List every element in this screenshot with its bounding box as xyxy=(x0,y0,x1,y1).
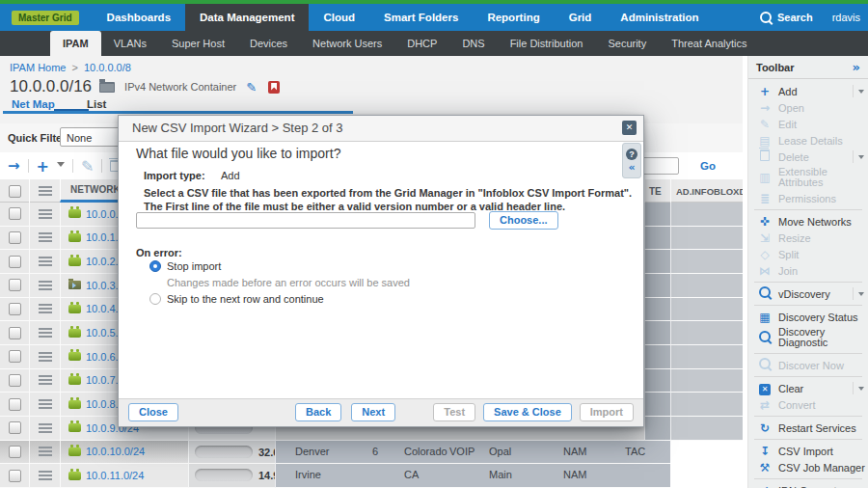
row-checkbox[interactable] xyxy=(9,279,21,291)
row-menu-icon[interactable] xyxy=(39,471,52,480)
row-checkbox[interactable] xyxy=(9,446,21,458)
bookmark-icon[interactable] xyxy=(268,81,280,94)
row-checkbox[interactable] xyxy=(9,421,21,434)
row-menu-icon[interactable] xyxy=(39,281,52,290)
select-all-checkbox[interactable] xyxy=(9,185,21,198)
table-row[interactable]: 10.0.11.0/24 14.9% Irvine CA Main NAM xyxy=(0,464,743,488)
tab-dns[interactable]: DNS xyxy=(449,31,497,56)
row-checkbox[interactable] xyxy=(9,256,21,268)
user-menu[interactable]: rdavis xyxy=(832,12,860,23)
row-menu-icon[interactable] xyxy=(39,304,52,313)
toolbar-item-move-networks[interactable]: ✜Move Networks xyxy=(748,213,868,230)
choose-file-button[interactable]: Choose... xyxy=(489,211,558,230)
menu-dashboards[interactable]: Dashboards xyxy=(93,4,185,31)
chevron-down-icon[interactable] xyxy=(858,90,864,96)
save-close-button[interactable]: Save & Close xyxy=(483,403,572,421)
toolbar-item-discovery-status[interactable]: ▦Discovery Status xyxy=(748,309,868,325)
chevron-down-icon[interactable] xyxy=(858,387,864,393)
help-icon[interactable]: ? xyxy=(626,149,637,160)
menu-cloud[interactable]: Cloud xyxy=(309,4,369,31)
row-checkbox[interactable] xyxy=(9,327,21,339)
toolbar-item-csv-job-manager[interactable]: ⚒CSV Job Manager xyxy=(748,459,868,475)
tab-dhcp[interactable]: DHCP xyxy=(394,31,449,56)
dialog-title: New CSV Import Wizard > Step 2 of 3 xyxy=(119,116,643,142)
toolbar-item-csv-import[interactable]: ↧CSV Import xyxy=(748,443,868,459)
menu-administration[interactable]: Administration xyxy=(606,4,713,31)
toolbar-item-restart-services[interactable]: ↻Restart Services xyxy=(748,420,868,436)
toolbar-item-discovery-diagnostic[interactable]: Discovery Diagnostic xyxy=(748,325,868,350)
radio-stop-import[interactable] xyxy=(149,260,161,272)
row-checkbox[interactable] xyxy=(9,231,21,244)
tab-net-map[interactable]: Net Map xyxy=(12,98,55,110)
tab-threat-analytics[interactable]: Threat Analytics xyxy=(659,31,759,56)
details-icon: ▤ xyxy=(757,134,773,148)
row-menu-icon[interactable] xyxy=(39,423,52,433)
radio-skip-row-label[interactable]: Skip to the next row and continue xyxy=(167,293,324,305)
row-menu-icon[interactable] xyxy=(39,375,52,385)
next-button[interactable]: Next xyxy=(351,403,395,421)
column-menu-icon[interactable] xyxy=(39,186,52,196)
menu-grid[interactable]: Grid xyxy=(555,4,607,31)
breadcrumb-parent[interactable]: 10.0.0.0/8 xyxy=(84,62,131,73)
tab-ipam[interactable]: IPAM xyxy=(50,31,101,56)
menu-data-management[interactable]: Data Management xyxy=(185,4,309,31)
forward-arrow-icon[interactable]: → xyxy=(8,157,20,175)
tab-super-host[interactable]: Super Host xyxy=(159,31,237,56)
radio-skip-row[interactable] xyxy=(149,293,161,305)
tab-network-users[interactable]: Network Users xyxy=(300,31,394,56)
network-link[interactable]: 10.0.11.0/24 xyxy=(86,470,144,481)
go-button[interactable]: Go xyxy=(700,160,716,172)
row-menu-icon[interactable] xyxy=(39,257,52,266)
table-row-selected[interactable]: 10.0.10.0/24 32.6% Denver 6 Colorado VOI… xyxy=(0,441,743,465)
column-ad-infoblox[interactable]: AD.INFOBLOXDE xyxy=(670,179,743,203)
row-menu-icon[interactable] xyxy=(39,328,52,338)
chevron-down-icon[interactable] xyxy=(858,292,864,299)
tab-vlans[interactable]: VLANs xyxy=(101,31,159,56)
tab-file-distribution[interactable]: File Distribution xyxy=(498,31,596,56)
toolbar-item-label: Join xyxy=(778,265,798,277)
row-checkbox[interactable] xyxy=(9,470,21,482)
tab-security[interactable]: Security xyxy=(595,31,659,56)
close-button[interactable]: Close xyxy=(128,403,178,421)
toolbar-panel: Toolbar » +Add→Open✎Edit▤Lease DetailsDe… xyxy=(747,56,868,488)
toolbar-item-add[interactable]: +Add xyxy=(748,83,868,99)
row-checkbox[interactable] xyxy=(9,350,21,363)
toolbar-item-idn-converter[interactable]: ⇄IDN Converter xyxy=(748,482,868,488)
row-menu-icon[interactable] xyxy=(39,209,52,219)
row-checkbox[interactable] xyxy=(9,207,21,220)
toolbar-item-clear[interactable]: ✕Clear xyxy=(748,380,868,396)
radio-stop-import-label[interactable]: Stop import xyxy=(167,260,221,272)
close-icon[interactable]: ✕ xyxy=(622,121,637,135)
divider xyxy=(754,376,862,377)
row-menu-icon[interactable] xyxy=(39,232,52,242)
dialog-heading: What file would you like to import? xyxy=(136,146,340,161)
row-menu-icon[interactable] xyxy=(39,447,52,456)
tab-devices[interactable]: Devices xyxy=(237,31,300,56)
search-icon xyxy=(757,331,773,344)
add-icon[interactable]: + xyxy=(37,157,49,176)
edit-pencil-icon[interactable]: ✎ xyxy=(246,80,257,95)
menu-smart-folders[interactable]: Smart Folders xyxy=(369,4,473,31)
breadcrumb-ipam-home[interactable]: IPAM Home xyxy=(10,62,66,73)
network-link[interactable]: 10.0.10.0/24 xyxy=(86,446,145,457)
row-menu-icon[interactable] xyxy=(39,399,52,409)
row-checkbox[interactable] xyxy=(9,374,21,387)
add-caret-icon[interactable] xyxy=(57,162,65,171)
search-label[interactable]: Search xyxy=(777,12,813,23)
tabs-divider-line xyxy=(3,111,353,114)
menu-reporting[interactable]: Reporting xyxy=(473,4,554,31)
row-menu-icon[interactable] xyxy=(39,352,52,362)
collapse-panel-icon[interactable]: » xyxy=(853,60,860,74)
cell-group: TAC xyxy=(625,446,645,457)
row-checkbox[interactable] xyxy=(9,303,21,315)
page-type-label: IPv4 Network Container xyxy=(124,81,236,93)
search-icon[interactable] xyxy=(760,12,772,23)
tab-list[interactable]: List xyxy=(87,98,106,110)
row-checkbox[interactable] xyxy=(9,398,21,411)
file-path-input[interactable] xyxy=(136,212,475,229)
toolbar-item-vdiscovery[interactable]: vDiscovery xyxy=(748,285,868,302)
column-site[interactable]: TE xyxy=(644,179,670,203)
back-button[interactable]: Back xyxy=(295,403,341,421)
collapse-help-icon[interactable]: « xyxy=(623,161,640,175)
move-icon: ✜ xyxy=(757,215,773,229)
